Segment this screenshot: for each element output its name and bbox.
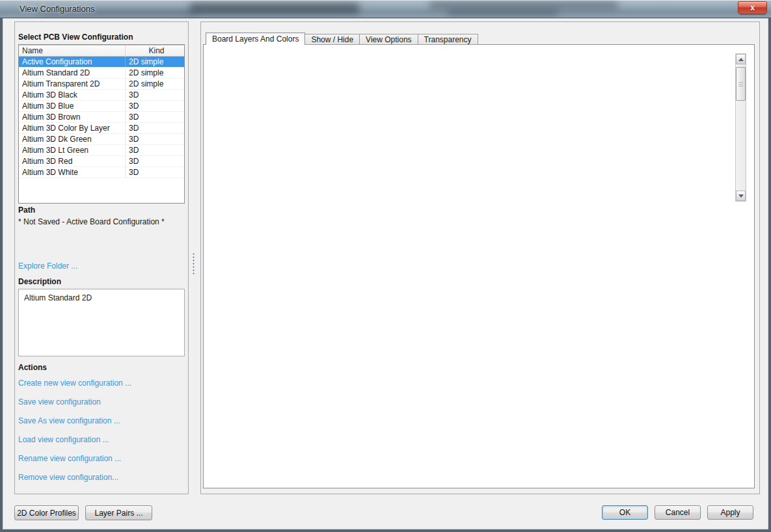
table-row[interactable]: Altium 3D Brown3D: [19, 112, 184, 123]
row-name: Altium Transparent 2D: [19, 79, 126, 89]
row-name: Altium 3D Brown: [19, 112, 126, 122]
row-name: Altium 3D White: [19, 167, 126, 178]
row-kind: 3D: [126, 123, 184, 133]
layer-pairs-button[interactable]: Layer Pairs ...: [85, 505, 152, 520]
ok-button[interactable]: OK: [602, 505, 648, 520]
glass-blur-decoration: [448, 10, 558, 15]
tab-view-options[interactable]: View Options: [360, 34, 418, 45]
tab-strip: Board Layers And ColorsShow / HideView O…: [206, 33, 478, 45]
2d-color-profiles-button[interactable]: 2D Color Profiles: [14, 505, 79, 520]
table-row[interactable]: Altium 3D Red3D: [19, 156, 184, 167]
table-row[interactable]: Altium 3D Lt Green3D: [19, 145, 184, 156]
row-kind: 3D: [126, 90, 184, 100]
tab-transparency[interactable]: Transparency: [418, 34, 478, 45]
link-create-new-view-configuration[interactable]: Create new view configuration ...: [18, 379, 131, 388]
tab-board-layers-and-colors[interactable]: Board Layers And Colors: [206, 33, 305, 45]
cancel-button[interactable]: Cancel: [655, 505, 701, 520]
link-remove-view-configuration[interactable]: Remove view configuration...: [18, 473, 131, 482]
row-name: Altium 3D Black: [19, 90, 126, 100]
row-kind: 2D simple: [126, 79, 184, 89]
path-label: Path: [18, 206, 35, 215]
link-save-view-configuration[interactable]: Save view configuration: [18, 397, 131, 406]
row-name: Altium 3D Color By Layer: [19, 123, 126, 133]
table-row[interactable]: Altium 3D Color By Layer3D: [19, 123, 184, 134]
title-bar[interactable]: View Configurations x: [0, 0, 771, 18]
tab-show-hide[interactable]: Show / Hide: [305, 34, 360, 45]
close-button[interactable]: x: [738, 1, 767, 14]
row-name: Altium 3D Red: [19, 156, 126, 166]
select-configuration-title: Select PCB View Configuration: [18, 33, 133, 42]
row-kind: 3D: [126, 145, 184, 155]
arrow-up-icon: [738, 58, 744, 61]
table-row[interactable]: Altium Standard 2D2D simple: [19, 68, 184, 79]
apply-button[interactable]: Apply: [707, 505, 753, 520]
row-kind: 3D: [126, 112, 184, 122]
tab-panel: [203, 44, 755, 488]
glass-blur-decoration: [190, 3, 359, 14]
description-text: Altium Standard 2D: [24, 293, 92, 302]
row-kind: 3D: [126, 101, 184, 111]
row-kind: 3D: [126, 134, 184, 144]
link-save-as-view-configuration[interactable]: Save As view configuration ...: [18, 416, 131, 425]
row-kind: 3D: [126, 167, 184, 178]
table-row[interactable]: Altium Transparent 2D2D simple: [19, 79, 184, 90]
row-name: Altium 3D Dk Green: [19, 134, 126, 144]
table-row[interactable]: Altium 3D Black3D: [19, 90, 184, 101]
scrollbar-thumb[interactable]: [736, 67, 746, 101]
row-kind: 2D simple: [126, 68, 184, 78]
row-name: Altium 3D Blue: [19, 101, 126, 111]
arrow-down-icon: [738, 194, 744, 198]
table-row[interactable]: Altium 3D Dk Green3D: [19, 134, 184, 145]
table-row[interactable]: Altium 3D White3D: [19, 167, 184, 178]
row-name: Altium Standard 2D: [19, 68, 126, 78]
view-configurations-dialog: View Configurations x Select PCB View Co…: [0, 0, 771, 532]
row-name: Active Configuration: [19, 57, 126, 67]
scroll-down-button[interactable]: [736, 191, 746, 201]
action-links: Create new view configuration ...Save vi…: [18, 379, 131, 492]
configuration-list: Name Kind Active Configuration2D simpleA…: [18, 44, 185, 204]
table-row[interactable]: Altium 3D Blue3D: [19, 101, 184, 112]
row-kind: 2D simple: [126, 57, 184, 67]
scroll-up-button[interactable]: [736, 54, 746, 64]
column-header-name[interactable]: Name: [19, 46, 126, 56]
link-rename-view-configuration[interactable]: Rename view configuration ...: [18, 454, 131, 463]
row-name: Altium 3D Lt Green: [19, 145, 126, 155]
actions-label: Actions: [18, 363, 47, 372]
column-header-kind[interactable]: Kind: [126, 46, 184, 56]
explore-folder-link[interactable]: Explore Folder ...: [18, 261, 77, 271]
description-box[interactable]: Altium Standard 2D: [18, 289, 185, 356]
glass-blur-decoration: [429, 2, 618, 8]
mechanical-scrollbar[interactable]: [735, 53, 746, 202]
row-kind: 3D: [126, 156, 184, 166]
path-value: * Not Saved - Active Board Configuration…: [18, 217, 187, 226]
window-title: View Configurations: [20, 4, 94, 14]
description-label: Description: [18, 277, 61, 286]
link-load-view-configuration[interactable]: Load view configuration ...: [18, 435, 131, 444]
close-icon: x: [750, 4, 755, 12]
configuration-list-header: Name Kind: [19, 45, 184, 57]
panel-splitter-handle[interactable]: [192, 252, 195, 274]
table-row[interactable]: Active Configuration2D simple: [19, 57, 184, 68]
